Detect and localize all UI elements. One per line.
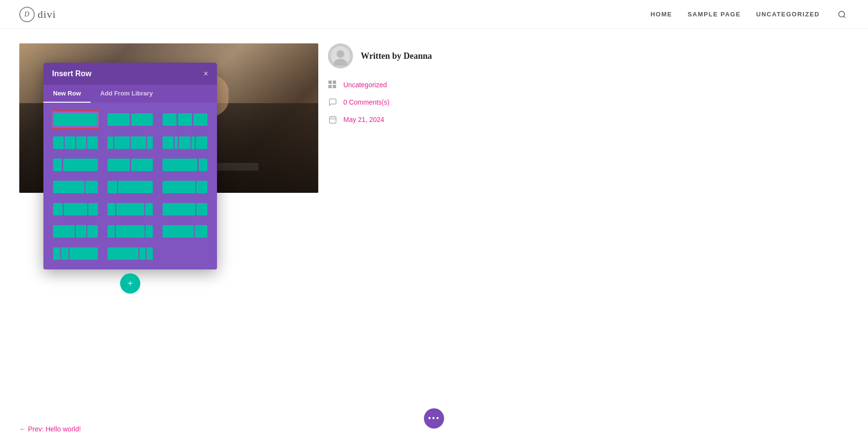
layout-wide-narrow[interactable]	[161, 179, 209, 195]
svg-point-3	[337, 50, 344, 58]
svg-point-0	[839, 11, 844, 17]
sidebar: Written by Deanna Uncategorized	[309, 29, 868, 367]
svg-rect-8	[333, 85, 336, 88]
add-row-button[interactable]: +	[120, 273, 140, 294]
date-meta: May 21, 2024	[328, 115, 849, 124]
image-section: Insert Row × New Row Add From Library	[0, 29, 309, 367]
svg-rect-9	[329, 117, 336, 123]
layout-4col[interactable]	[51, 134, 100, 151]
logo-text: divi	[38, 8, 56, 21]
layout-3col[interactable]	[161, 110, 209, 129]
layout-special-b[interactable]	[106, 245, 154, 262]
logo-circle: D	[19, 7, 35, 22]
grid-icon	[328, 80, 338, 90]
layout-1col[interactable]	[51, 110, 100, 129]
layout-3-unequal-c[interactable]	[161, 201, 209, 217]
insert-row-modal: Insert Row × New Row Add From Library	[43, 63, 217, 294]
logo[interactable]: D divi	[19, 7, 56, 22]
layout-large-small[interactable]	[161, 157, 209, 173]
navigation: D divi HOME SAMPLE PAGE UNCATEGORIZED	[0, 0, 868, 29]
svg-rect-5	[328, 81, 332, 84]
comments-meta: 0 Comments(s)	[328, 97, 849, 107]
layout-small-large[interactable]	[51, 157, 100, 173]
comment-icon	[328, 97, 338, 107]
prev-link[interactable]: ← Prev: Hello world!	[19, 425, 81, 433]
nav-home[interactable]: HOME	[651, 11, 672, 18]
layout-2-1b[interactable]	[51, 179, 100, 195]
search-icon[interactable]	[835, 8, 849, 21]
layout-1-wide-1b[interactable]	[106, 179, 154, 195]
calendar-icon	[328, 115, 338, 124]
modal-header: Insert Row ×	[43, 63, 217, 85]
layout-special-a[interactable]	[51, 245, 100, 262]
date-text: May 21, 2024	[343, 116, 384, 123]
nav-links: HOME SAMPLE PAGE UNCATEGORIZED	[651, 8, 849, 21]
divi-settings-button[interactable]: •••	[424, 408, 444, 429]
modal-tabs: New Row Add From Library	[43, 85, 217, 103]
svg-rect-6	[333, 81, 336, 84]
tab-add-from-library[interactable]: Add From Library	[91, 85, 163, 103]
category-text[interactable]: Uncategorized	[343, 81, 387, 89]
svg-line-1	[843, 16, 845, 17]
avatar	[328, 43, 353, 68]
layout-2col[interactable]	[106, 110, 154, 129]
modal-body	[43, 103, 217, 269]
svg-rect-7	[328, 85, 332, 88]
nav-uncategorized[interactable]: UNCATEGORIZED	[756, 11, 820, 18]
comments-count[interactable]: 0 Comments(s)	[343, 98, 390, 106]
modal-close-button[interactable]: ×	[203, 69, 208, 78]
layout-3-unequal-a[interactable]	[51, 201, 100, 217]
author-section: Written by Deanna	[328, 43, 849, 68]
row-layout-grid	[51, 110, 209, 262]
nav-sample-page[interactable]: SAMPLE PAGE	[688, 11, 741, 18]
layout-3-unequal-b[interactable]	[106, 201, 154, 217]
layout-3plus-a[interactable]	[51, 223, 100, 240]
layout-5col[interactable]	[161, 134, 209, 151]
layout-equal-2[interactable]	[106, 157, 154, 173]
main-content: Insert Row × New Row Add From Library	[0, 29, 868, 367]
layout-3plus-b[interactable]	[106, 223, 154, 240]
layout-3plus-c[interactable]	[161, 223, 209, 240]
category-meta: Uncategorized	[328, 80, 849, 90]
layout-4col-b[interactable]	[106, 134, 154, 151]
tab-new-row[interactable]: New Row	[43, 85, 91, 103]
author-name: Written by Deanna	[361, 51, 432, 61]
modal-title: Insert Row	[52, 69, 92, 78]
